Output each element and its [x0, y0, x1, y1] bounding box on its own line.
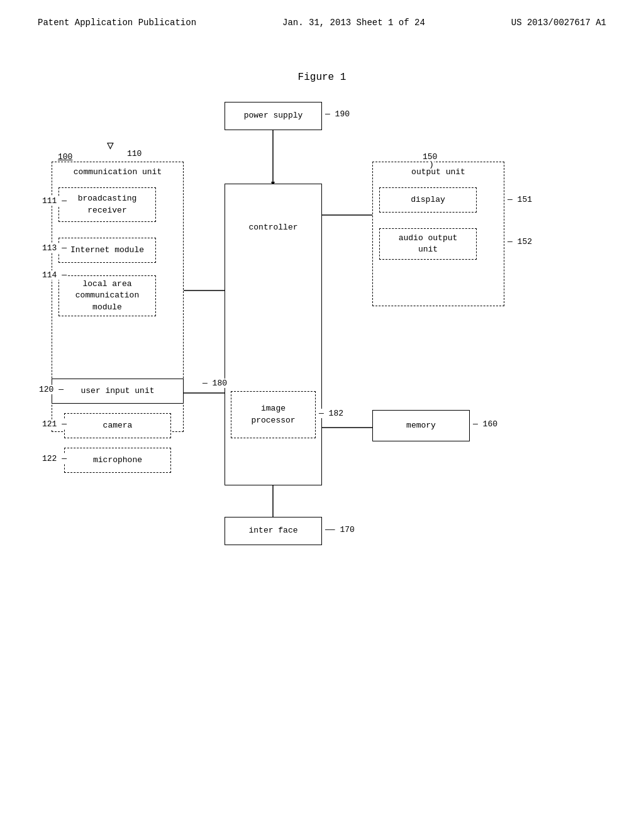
label-182: — 182 — [319, 409, 343, 418]
antenna-icon: ▽ — [107, 138, 114, 152]
page-header: Patent Application Publication Jan. 31, … — [0, 0, 644, 34]
camera-box: camera — [64, 413, 171, 438]
label-111: 111 — — [42, 196, 67, 206]
label-121: 121 — — [42, 419, 67, 429]
label-114: 114 — — [42, 270, 67, 280]
microphone-box: microphone — [64, 448, 171, 473]
label-151: — 151 — [508, 195, 532, 204]
header-left: Patent Application Publication — [38, 18, 196, 28]
label-170: —— 170 — [325, 525, 355, 534]
memory-box: memory — [372, 410, 470, 441]
output-unit-outer: output unit display audio output unit — [372, 162, 504, 306]
system-label: 100 — [58, 152, 72, 162]
figure-title: Figure 1 — [0, 72, 644, 83]
label-160: — 160 — [473, 419, 497, 429]
label-110: 110 — [127, 149, 142, 158]
label-120: 120 — — [39, 385, 64, 394]
label-122: 122 — — [42, 454, 67, 463]
label-190: — 190 — [325, 109, 350, 119]
internet-module-box: Internet module — [58, 238, 156, 263]
power-supply-box: power supply — [225, 102, 322, 130]
controller-label: controller — [225, 222, 321, 233]
display-box: display — [379, 187, 477, 213]
user-input-unit-box: user input unit — [52, 379, 184, 404]
diagram-container: 100 ▽ 110 communication unit broadcastin… — [39, 102, 605, 668]
audio-output-box: audio output unit — [379, 228, 477, 260]
controller-box: controller — [225, 184, 322, 485]
header-right: US 2013/0027617 A1 — [511, 18, 606, 28]
header-middle: Jan. 31, 2013 Sheet 1 of 24 — [282, 18, 425, 28]
communication-unit-label: communication unit — [52, 167, 183, 177]
label-152: — 152 — [508, 237, 532, 246]
image-processor-box: image processor — [231, 391, 316, 438]
interface-box: inter face — [225, 517, 322, 545]
output-unit-label: output unit — [373, 167, 504, 177]
local-area-box: local area communication module — [58, 275, 156, 316]
broadcasting-receiver-box: broadcasting receiver — [58, 187, 156, 222]
label-150-paren: ) — [429, 160, 434, 169]
label-180: — 180 — [203, 379, 227, 388]
label-113: 113 — — [42, 243, 67, 253]
